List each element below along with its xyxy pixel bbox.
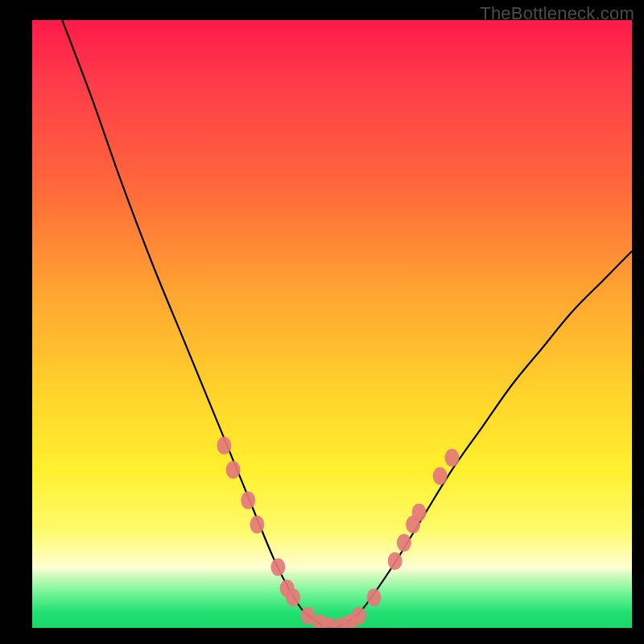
- curve-marker: [445, 449, 460, 467]
- bottleneck-curve: [62, 20, 632, 628]
- curve-marker: [241, 492, 255, 510]
- curve-marker: [406, 516, 420, 534]
- curve-marker: [388, 552, 402, 570]
- curve-svg: [32, 20, 632, 628]
- curve-marker: [286, 588, 300, 606]
- curve-marker: [280, 580, 295, 597]
- plot-area: [32, 20, 632, 628]
- curve-marker: [334, 617, 349, 628]
- chart-frame: TheBottleneck.com: [0, 0, 644, 644]
- marker-group: [217, 437, 459, 629]
- curve-marker: [313, 614, 328, 628]
- curve-marker: [250, 516, 264, 534]
- curve-marker: [397, 534, 411, 551]
- curve-marker: [367, 588, 382, 606]
- curve-marker: [322, 617, 336, 628]
- curve-marker: [217, 437, 231, 455]
- curve-marker: [226, 461, 241, 479]
- curve-marker: [343, 614, 357, 628]
- curve-marker: [301, 607, 316, 625]
- curve-marker: [270, 559, 285, 576]
- curve-marker: [433, 467, 448, 485]
- curve-marker: [412, 504, 427, 522]
- curve-marker: [352, 607, 366, 625]
